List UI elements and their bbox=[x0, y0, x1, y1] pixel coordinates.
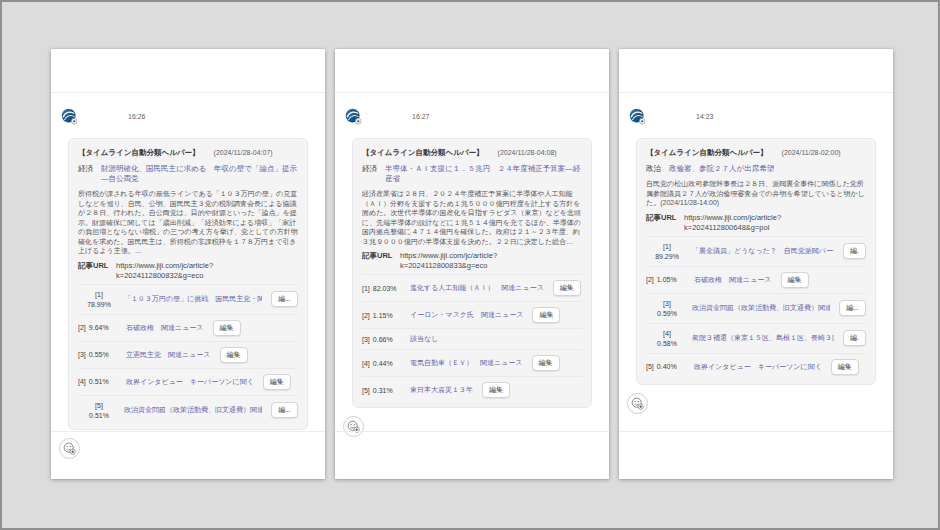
message-meta-row: 16:27 bbox=[335, 108, 609, 125]
article-url-line2: k=2024112800648&g=pol bbox=[684, 223, 781, 233]
topic-link[interactable]: 石破政権 関連ニュース bbox=[126, 323, 204, 333]
confidence-score: [4] 0.58% bbox=[646, 329, 688, 348]
bot-avatar[interactable] bbox=[61, 108, 78, 125]
chat-screenshot-panel: 14:23 【タイムライン自動分類ヘルパー】 (2024/11/28-02:00… bbox=[619, 49, 893, 479]
percent-value: 0.58% bbox=[657, 339, 677, 348]
percent-value: 0.55% bbox=[89, 350, 109, 359]
add-reaction-icon bbox=[63, 442, 76, 455]
compose-divider bbox=[335, 431, 609, 432]
rank-label: [2] bbox=[362, 311, 370, 320]
bot-name: 【タイムライン自動分類ヘルパー】 bbox=[78, 148, 200, 158]
percent-value: 0.51% bbox=[89, 377, 109, 386]
add-reaction-button[interactable] bbox=[59, 438, 80, 459]
chat-area: 16:26 【タイムライン自動分類ヘルパー】 (2024/11/28-04:07… bbox=[51, 93, 325, 459]
topic-link[interactable]: 「１０３万円の壁」に挑戦 国民民主党・関連… bbox=[124, 294, 262, 304]
add-reaction-button[interactable] bbox=[343, 416, 364, 437]
article-url-row: 記事URL https://www.jiji.com/jc/article? k… bbox=[362, 251, 582, 271]
edit-button[interactable]: 編集 bbox=[220, 347, 248, 363]
topic-link[interactable]: 石破政権 関連ニュース bbox=[694, 275, 772, 285]
classification-row: [1] 89.29% 「裏金議員」どうなった？ 自民党派閥パーティー事… 編. bbox=[646, 236, 866, 266]
topic-link[interactable]: 衆院３補選（東京１５区、島根１区、長崎３区… bbox=[692, 333, 834, 343]
topic-link[interactable]: 政界インタビュー キーパーソンに聞く bbox=[694, 362, 822, 372]
edit-button[interactable]: 編集 bbox=[553, 280, 581, 296]
article-url-line2: k=2024112800832&g=eco bbox=[116, 271, 213, 281]
confidence-score: [1] 89.29% bbox=[646, 242, 688, 261]
topic-link[interactable]: イーロン・マスク氏 関連ニュース bbox=[410, 310, 523, 320]
article-url-label: 記事URL bbox=[362, 251, 400, 271]
bot-logo-icon bbox=[345, 108, 362, 125]
edit-button[interactable]: 編... bbox=[271, 402, 298, 418]
edit-button[interactable]: 編集 bbox=[482, 382, 510, 398]
message-bubble: 【タイムライン自動分類ヘルパー】 (2024/11/28-04:07) 経済 財… bbox=[68, 138, 308, 430]
classification-row: [2] 1.15% イーロン・マスク氏 関連ニュース 編集 bbox=[362, 301, 582, 328]
rank-label: [4] bbox=[78, 377, 86, 386]
percent-value: 78.99% bbox=[87, 300, 111, 309]
confidence-score: [5] 0.31% bbox=[362, 386, 406, 395]
bot-avatar[interactable] bbox=[629, 108, 646, 125]
article-url-label: 記事URL bbox=[78, 261, 116, 281]
rank-label: [4] bbox=[663, 329, 671, 338]
classification-row: [3] 0.59% 政治資金問題（政策活動費、旧文通費）関連… 編... bbox=[646, 293, 866, 323]
edit-button[interactable]: 編. bbox=[843, 243, 866, 259]
classification-row: [2] 9.64% 石破政権 関連ニュース 編集 bbox=[78, 314, 298, 341]
bot-logo-icon bbox=[629, 108, 646, 125]
percent-value: 0.59% bbox=[657, 309, 677, 318]
confidence-score: [3] 0.66% bbox=[362, 335, 406, 344]
message-timestamp: (2024/11/28-02:00) bbox=[782, 149, 841, 156]
message-meta-row: 14:23 bbox=[619, 108, 893, 125]
add-reaction-button[interactable] bbox=[627, 393, 648, 414]
edit-button[interactable]: 編. bbox=[843, 330, 866, 346]
percent-value: 0.44% bbox=[373, 359, 393, 368]
article-url[interactable]: https://www.jiji.com/jc/article? k=20241… bbox=[684, 213, 781, 233]
topic-link[interactable]: 東日本大震災１３年 bbox=[410, 385, 473, 395]
confidence-score: [1] 82.03% bbox=[362, 284, 406, 293]
topic-link[interactable]: 政治資金問題（政策活動費、旧文通費）関連… bbox=[692, 303, 830, 313]
message-timestamp: (2024/11/28-04:07) bbox=[214, 149, 273, 156]
edit-button[interactable]: 編... bbox=[271, 291, 298, 307]
rank-label: [2] bbox=[78, 323, 86, 332]
topic-link[interactable]: 政治資金問題（政策活動費、旧文通費）関連… bbox=[124, 405, 262, 415]
rank-label: [3] bbox=[663, 299, 671, 308]
article-title-link[interactable]: 財源明確化、国民民主に求める 年収の壁で「論点」提示―自公両党 bbox=[101, 164, 298, 184]
confidence-score: [5] 0.40% bbox=[646, 362, 690, 371]
bot-avatar[interactable] bbox=[345, 108, 362, 125]
category-label: 経済 bbox=[362, 164, 377, 184]
topic-link[interactable]: 電気自動車（ＥＶ） 関連ニュース bbox=[410, 358, 523, 368]
compose-divider bbox=[619, 431, 893, 432]
article-title-link[interactable]: 政倫審、参院２７人が出席希望 bbox=[669, 164, 774, 174]
article-url-label: 記事URL bbox=[646, 213, 684, 233]
edit-button[interactable]: 編集 bbox=[781, 272, 809, 288]
classification-row: [5] 0.40% 政界インタビュー キーパーソンに聞く 編集 bbox=[646, 353, 866, 380]
classification-row: [5] 0.51% 政治資金問題（政策活動費、旧文通費）関連… 編... bbox=[78, 395, 298, 425]
message-meta-row: 16:26 bbox=[51, 108, 325, 125]
edit-button[interactable]: 編集 bbox=[831, 359, 859, 375]
edit-button[interactable]: 編集 bbox=[213, 320, 241, 336]
chat-area: 14:23 【タイムライン自動分類ヘルパー】 (2024/11/28-02:00… bbox=[619, 93, 893, 414]
classification-row: [1] 82.03% 進化する人工知能（ＡＩ） 関連ニュース 編集 bbox=[362, 274, 582, 301]
app-header-strip bbox=[51, 49, 325, 93]
article-title-link[interactable]: 半導体・ＡＩ支援に１．５兆円 ２４年度補正予算案―経産省 bbox=[385, 164, 582, 184]
message-timestamp: (2024/11/28-04:08) bbox=[498, 149, 557, 156]
article-title-row: 経済 半導体・ＡＩ支援に１．５兆円 ２４年度補正予算案―経産省 bbox=[362, 164, 582, 184]
topic-link[interactable]: 立憲民主党 関連ニュース bbox=[126, 350, 211, 360]
edit-button[interactable]: 編集 bbox=[532, 307, 560, 323]
article-url[interactable]: https://www.jiji.com/jc/article? k=20241… bbox=[400, 251, 497, 271]
article-url[interactable]: https://www.jiji.com/jc/article? k=20241… bbox=[116, 261, 213, 281]
edit-button[interactable]: 編集 bbox=[532, 355, 560, 371]
classification-row: [3] 0.55% 立憲民主党 関連ニュース 編集 bbox=[78, 341, 298, 368]
bot-name: 【タイムライン自動分類ヘルパー】 bbox=[362, 148, 484, 158]
edit-button[interactable]: 編... bbox=[839, 300, 866, 316]
article-url-line2: k=2024112800833&g=eco bbox=[400, 261, 497, 271]
topic-link[interactable]: 進化する人工知能（ＡＩ） 関連ニュース bbox=[410, 283, 544, 293]
topic-link[interactable]: 該当なし bbox=[410, 334, 438, 344]
article-title-row: 経済 財源明確化、国民民主に求める 年収の壁で「論点」提示―自公両党 bbox=[78, 164, 298, 184]
topic-link[interactable]: 政界インタビュー キーパーソンに聞く bbox=[126, 377, 254, 387]
classification-row: [2] 1.05% 石破政権 関連ニュース 編集 bbox=[646, 266, 866, 293]
article-title-row: 政治 政倫審、参院２７人が出席希望 bbox=[646, 164, 866, 174]
edit-button[interactable]: 編集 bbox=[263, 374, 291, 390]
article-url-line1: https://www.jiji.com/jc/article? bbox=[116, 261, 213, 271]
confidence-score: [3] 0.55% bbox=[78, 350, 122, 359]
topic-link[interactable]: 「裏金議員」どうなった？ 自民党派閥パーティー事… bbox=[692, 246, 834, 256]
bubble-header: 【タイムライン自動分類ヘルパー】 (2024/11/28-04:08) bbox=[362, 148, 582, 158]
classification-row: [5] 0.31% 東日本大震災１３年 編集 bbox=[362, 376, 582, 403]
